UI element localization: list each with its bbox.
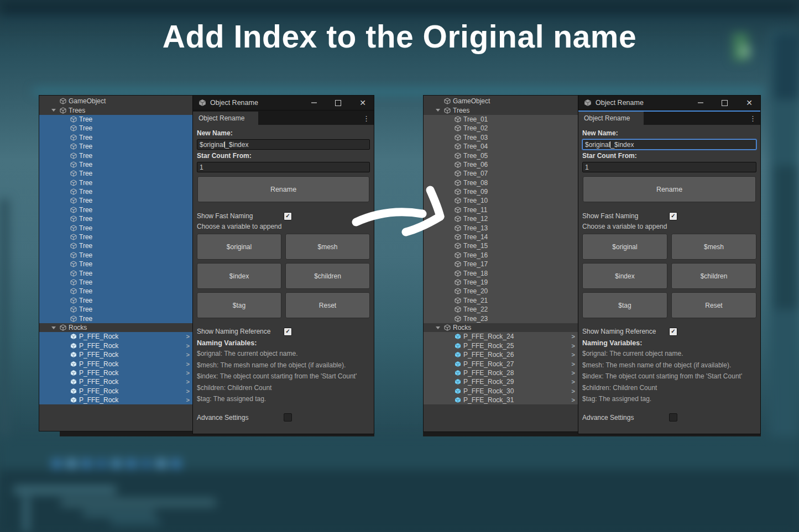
hierarchy-item[interactable]: P_FFE_Rock_29> (424, 377, 578, 386)
maximize-button[interactable] (722, 100, 728, 106)
hierarchy-item[interactable]: Tree (39, 206, 192, 214)
hierarchy-item[interactable]: Tree (39, 314, 192, 323)
hierarchy-item[interactable]: Tree (39, 160, 192, 169)
hierarchy-item[interactable]: P_FFE_Rock_27> (424, 359, 578, 368)
start-count-input[interactable]: 1 (582, 162, 756, 172)
hierarchy-item[interactable]: P_FFE_Rock_25> (424, 341, 578, 350)
hierarchy-item[interactable]: Tree (39, 115, 192, 124)
foldout-arrow-icon[interactable] (436, 109, 440, 112)
hierarchy-item[interactable]: Tree_20 (424, 287, 578, 296)
hierarchy-item[interactable]: P_FFE_Rock> (39, 350, 192, 359)
hierarchy-item[interactable]: P_FFE_Rock> (39, 332, 192, 341)
variable-button-original[interactable]: $original (582, 234, 667, 260)
variable-button-mesh[interactable]: $mesh (671, 234, 756, 260)
hierarchy-group-rocks[interactable]: Rocks (39, 323, 192, 332)
hierarchy-item[interactable]: Tree (39, 251, 192, 260)
hierarchy-item[interactable]: P_FFE_Rock> (39, 387, 192, 396)
hierarchy-item-root[interactable]: GameObject (39, 97, 192, 106)
start-count-input[interactable]: 1 (197, 162, 370, 172)
close-button[interactable]: ✕ (746, 99, 753, 107)
hierarchy-item[interactable]: P_FFE_Rock> (39, 396, 192, 404)
tab-object-rename[interactable]: Object Rename (193, 112, 258, 125)
tab-object-rename[interactable]: Object Rename (578, 112, 644, 125)
variable-button-tag[interactable]: $tag (197, 292, 281, 318)
show-naming-reference-checkbox[interactable] (669, 328, 677, 336)
hierarchy-item[interactable]: Tree_23 (424, 314, 578, 323)
foldout-arrow-icon[interactable] (51, 326, 56, 329)
maximize-button[interactable] (335, 100, 341, 106)
hierarchy-group-rocks[interactable]: Rocks (424, 323, 578, 332)
hierarchy-item[interactable]: Tree (39, 223, 192, 232)
kebab-menu-icon[interactable]: ⋮ (745, 112, 760, 125)
rename-button[interactable]: Rename (197, 176, 369, 202)
variable-button-reset[interactable]: Reset (671, 292, 756, 318)
hierarchy-item[interactable]: Tree (39, 151, 192, 160)
hierarchy-item[interactable]: P_FFE_Rock_31> (424, 396, 578, 404)
advance-settings-checkbox[interactable] (669, 413, 677, 422)
hierarchy-item[interactable]: P_FFE_Rock> (39, 341, 192, 350)
hierarchy-item[interactable]: Tree_22 (424, 305, 578, 314)
hierarchy-group-trees[interactable]: Trees (39, 106, 192, 114)
new-name-input[interactable]: $original_$index (582, 139, 756, 150)
hierarchy-item[interactable]: P_FFE_Rock_30> (424, 387, 578, 396)
hierarchy-item[interactable]: P_FFE_Rock_28> (424, 368, 578, 377)
variable-button-tag[interactable]: $tag (582, 292, 667, 318)
hierarchy-item[interactable]: Tree (39, 133, 192, 142)
show-fast-naming-checkbox[interactable] (284, 212, 292, 220)
hierarchy-item[interactable]: Tree (39, 124, 192, 133)
hierarchy-item[interactable]: Tree_18 (424, 268, 578, 277)
hierarchy-item[interactable]: P_FFE_Rock> (39, 377, 192, 386)
cube-outline-icon (70, 288, 77, 294)
minimize-button[interactable] (698, 102, 703, 103)
hierarchy-group-trees[interactable]: Trees (424, 106, 578, 114)
rename-button[interactable]: Rename (583, 176, 756, 202)
hierarchy-item[interactable]: Tree (39, 196, 192, 205)
minimize-button[interactable] (311, 102, 317, 103)
show-fast-naming-checkbox[interactable] (669, 212, 677, 220)
hierarchy-item[interactable]: Tree_16 (424, 251, 578, 260)
hierarchy-item[interactable]: Tree (39, 260, 192, 268)
hierarchy-item[interactable]: Tree (39, 169, 192, 178)
hierarchy-item[interactable]: P_FFE_Rock> (39, 368, 192, 377)
hierarchy-item[interactable]: Tree_15 (424, 241, 578, 250)
foldout-arrow-icon[interactable] (51, 109, 56, 112)
hierarchy-item[interactable]: Tree_17 (424, 260, 578, 268)
hierarchy-item[interactable]: Tree_05 (424, 151, 578, 160)
hierarchy-item[interactable]: Tree (39, 305, 192, 314)
foldout-arrow-icon[interactable] (436, 326, 440, 329)
hierarchy-item[interactable]: Tree (39, 187, 192, 196)
hierarchy-item[interactable]: Tree_07 (424, 169, 578, 178)
variable-button-index[interactable]: $index (197, 263, 281, 289)
new-name-input[interactable]: $original_$index (197, 139, 370, 150)
hierarchy-item[interactable]: Tree_01 (424, 115, 578, 124)
hierarchy-item[interactable]: Tree (39, 287, 192, 296)
hierarchy-item[interactable]: Tree (39, 142, 192, 151)
hierarchy-item[interactable]: Tree_04 (424, 142, 578, 151)
variable-button-original[interactable]: $original (197, 234, 281, 260)
variable-button-children[interactable]: $children (671, 263, 756, 289)
item-label: P_FFE_Rock (79, 333, 118, 340)
hierarchy-item[interactable]: Tree (39, 296, 192, 305)
close-button[interactable]: ✕ (359, 99, 366, 107)
hierarchy-item[interactable]: P_FFE_Rock_26> (424, 350, 578, 359)
hierarchy-item[interactable]: Tree (39, 241, 192, 250)
hierarchy-item[interactable]: Tree_03 (424, 133, 578, 142)
hierarchy-item[interactable]: Tree (39, 178, 192, 187)
hierarchy-item-root[interactable]: GameObject (424, 97, 578, 106)
hierarchy-item[interactable]: Tree (39, 268, 192, 277)
advance-settings-checkbox[interactable] (284, 413, 292, 422)
hierarchy-item[interactable]: P_FFE_Rock_24> (424, 332, 578, 341)
hierarchy-item[interactable]: Tree_19 (424, 278, 578, 287)
show-naming-reference-checkbox[interactable] (284, 328, 292, 336)
variable-button-children[interactable]: $children (285, 263, 370, 289)
hierarchy-item[interactable]: Tree (39, 278, 192, 287)
hierarchy-item[interactable]: Tree_21 (424, 296, 578, 305)
variable-button-reset[interactable]: Reset (285, 292, 370, 318)
hierarchy-item[interactable]: Tree_02 (424, 124, 578, 133)
hierarchy-item[interactable]: P_FFE_Rock> (39, 359, 192, 368)
variable-button-index[interactable]: $index (582, 263, 667, 289)
hierarchy-item[interactable]: Tree (39, 233, 192, 241)
kebab-menu-icon[interactable]: ⋮ (359, 112, 374, 125)
hierarchy-item[interactable]: Tree (39, 214, 192, 223)
hierarchy-item[interactable]: Tree_06 (424, 160, 578, 169)
